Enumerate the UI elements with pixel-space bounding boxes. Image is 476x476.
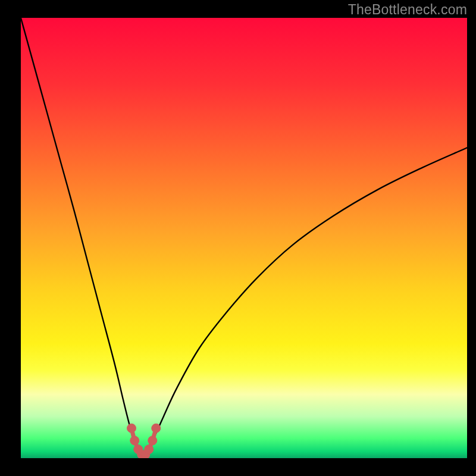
gradient-background <box>21 18 467 458</box>
watermark-text: TheBottleneck.com <box>348 2 467 18</box>
plot-area <box>21 18 467 458</box>
marker-dot <box>130 436 139 445</box>
chart-svg <box>21 18 467 458</box>
marker-dot <box>127 424 136 433</box>
marker-dot <box>152 424 161 433</box>
chart-stage: TheBottleneck.com <box>0 0 476 476</box>
marker-dot <box>145 445 154 454</box>
marker-dot <box>148 436 157 445</box>
